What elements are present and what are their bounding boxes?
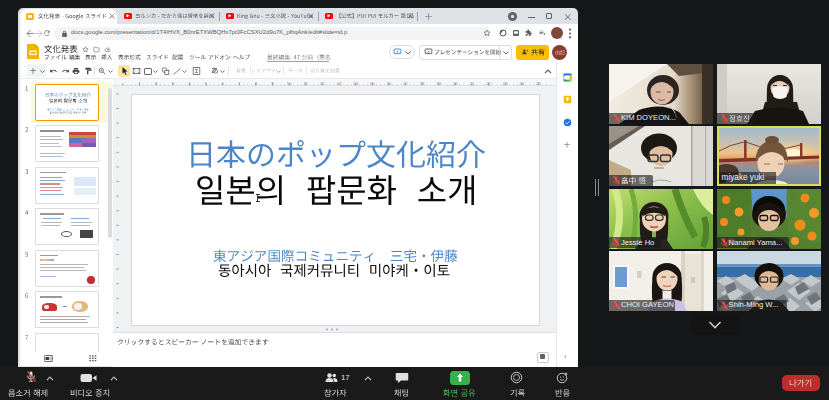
svg-text:5: 5 <box>205 81 208 86</box>
svg-text:18: 18 <box>420 81 425 86</box>
svg-text:6: 6 <box>221 81 224 86</box>
svg-text:13: 13 <box>337 81 342 86</box>
svg-text:16: 16 <box>386 81 391 86</box>
svg-text:12: 12 <box>320 81 325 86</box>
svg-text:22: 22 <box>486 81 491 86</box>
svg-text:2: 2 <box>155 81 158 86</box>
svg-text:7: 7 <box>238 81 241 86</box>
svg-text:17: 17 <box>403 81 408 86</box>
svg-text:24: 24 <box>519 81 524 86</box>
svg-text:14: 14 <box>353 81 358 86</box>
svg-text:20: 20 <box>453 81 458 86</box>
svg-text:11: 11 <box>304 81 309 86</box>
svg-text:21: 21 <box>470 81 475 86</box>
svg-text:23: 23 <box>503 81 508 86</box>
svg-text:3: 3 <box>172 81 175 86</box>
svg-text:4: 4 <box>188 81 191 86</box>
svg-text:25: 25 <box>536 81 541 86</box>
svg-text:10: 10 <box>287 81 292 86</box>
svg-text:1: 1 <box>138 81 141 86</box>
svg-text:9: 9 <box>271 81 274 86</box>
svg-text:15: 15 <box>370 81 375 86</box>
svg-text:19: 19 <box>436 81 441 86</box>
svg-text:8: 8 <box>255 81 258 86</box>
